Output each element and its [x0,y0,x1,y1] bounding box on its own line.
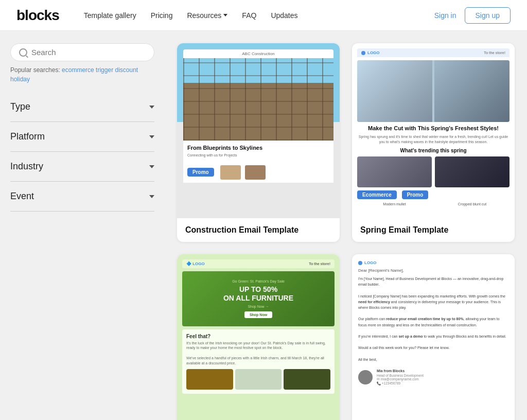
chevron-down-icon [149,106,154,109]
template-preview-stpatrick: 🔷 LOGO To the store! Go Green: St. Patri… [177,254,340,420]
filter-type-label: Type [10,101,30,112]
template-preview-cold-email: LOGO Dear [Recipient's Name], I'm [Your … [352,254,515,420]
green-body: Feel that? It's the luck of the Irish kn… [182,329,335,394]
green-product-3 [284,369,330,390]
search-input[interactable] [31,48,146,57]
template-card-spring[interactable]: LOGO To the store! Make the Cut with Thi… [352,43,515,242]
cold-sig-name: Mia from Blocks [377,369,424,374]
template-card-construction[interactable]: ABC Construction From Blueprints to Skyl… [177,43,340,242]
spring-captions: Modern mullet Cropped blunt cut [357,202,510,206]
spring-img-cropped-blunt [435,156,510,187]
nav-template-gallery[interactable]: Template gallery [84,11,136,20]
green-hero: Go Green: St. Patrick's Day Sale UP TO 5… [182,271,335,326]
filter-platform[interactable]: Platform [10,122,154,152]
search-container: Popular searches: ecommerce trigger disc… [10,43,154,84]
popular-link-trigger[interactable]: trigger [96,66,113,74]
template-preview-spring: LOGO To the store! Make the Cut with Thi… [352,43,515,218]
sign-in-button[interactable]: Sign in [434,11,456,20]
nav-resources[interactable]: Resources [187,11,227,20]
nav-updates[interactable]: Updates [271,11,297,20]
site-header: blocks Template gallery Pricing Resource… [0,0,527,31]
spring-logo-bar: LOGO To the store! [357,48,510,57]
popular-link-ecommerce[interactable]: ecommerce [62,66,94,74]
preview-image [183,58,333,141]
preview-header: ABC Construction [183,49,333,58]
cold-avatar [358,370,373,384]
popular-link-discount[interactable]: discount [115,66,138,74]
template-name-spring: Spring Email Template [352,218,515,242]
chevron-down-icon [149,195,154,198]
template-name-construction: Construction Email Template [177,218,340,242]
spring-img-modern-mullet [357,156,432,187]
templates-grid: ABC Construction From Blueprints to Skyl… [177,43,515,420]
cold-sig-title: Head of Business Development [377,374,424,377]
tag-promo: Promo [187,168,214,177]
caption-cropped-blunt: Cropped blunt cut [435,202,510,206]
spring-hero [357,60,510,122]
preview-footer: Promo [183,162,333,183]
cold-signature: Mia from Blocks Head of Business Develop… [358,369,508,386]
nav-pricing[interactable]: Pricing [151,11,173,20]
tag-promo: Promo [402,190,429,199]
filter-event[interactable]: Event [10,182,154,212]
nav-faq[interactable]: FAQ [242,11,256,20]
template-card-stpatrick[interactable]: 🔷 LOGO To the store! Go Green: St. Patri… [177,254,340,420]
main-content: ABC Construction From Blueprints to Skyl… [165,31,527,420]
template-card-cold-email[interactable]: LOGO Dear [Recipient's Name], I'm [Your … [352,254,515,420]
auth-buttons: Sign in Sign up [434,7,511,24]
spring-heading: Make the Cut with This Spring's Freshest… [357,125,510,131]
caption-modern-mullet: Modern mullet [357,202,432,206]
spring-bottom-imgs [357,156,510,187]
page-layout: Popular searches: ecommerce trigger disc… [0,31,527,420]
cold-sig-phone: 📞 +123456789 [377,381,424,386]
cold-logo-bar: LOGO [358,260,508,265]
green-product-1 [186,369,233,390]
filter-industry-label: Industry [10,161,43,172]
template-preview-construction: ABC Construction From Blueprints to Skyl… [177,43,340,218]
search-wrapper[interactable] [10,43,154,61]
chevron-down-icon [149,135,154,138]
chevron-down-icon [149,165,154,168]
search-icon [19,48,27,57]
green-products [186,369,330,390]
spring-tags: Ecommerce Promo [357,190,510,199]
filter-section: Type Platform Industry Event [10,92,154,212]
popular-searches: Popular searches: ecommerce trigger disc… [10,65,154,84]
main-nav: Template gallery Pricing Resources FAQ U… [84,11,434,20]
chevron-down-icon [223,14,227,16]
sidebar: Popular searches: ecommerce trigger disc… [0,31,165,420]
green-product-2 [235,369,282,390]
filter-platform-label: Platform [10,131,45,142]
green-logo-bar: 🔷 LOGO To the store! [182,259,335,268]
popular-link-holiday[interactable]: holiday [10,76,30,83]
cold-body-text: I'm [Your Name], Head of Business Develo… [358,276,508,362]
spring-trending-label: What's trending this spring [357,148,510,153]
filter-event-label: Event [10,191,34,202]
spring-subtext: Spring has sprung and it's time to shed … [357,134,510,145]
cold-greeting: Dear [Recipient's Name], [358,268,508,273]
filter-industry[interactable]: Industry [10,152,154,182]
sign-up-button[interactable]: Sign up [465,7,511,24]
site-logo[interactable]: blocks [16,7,59,24]
tag-ecommerce: Ecommerce [357,190,397,199]
filter-type[interactable]: Type [10,92,154,122]
preview-body: From Blueprints to Skylines Connecting w… [183,141,333,162]
